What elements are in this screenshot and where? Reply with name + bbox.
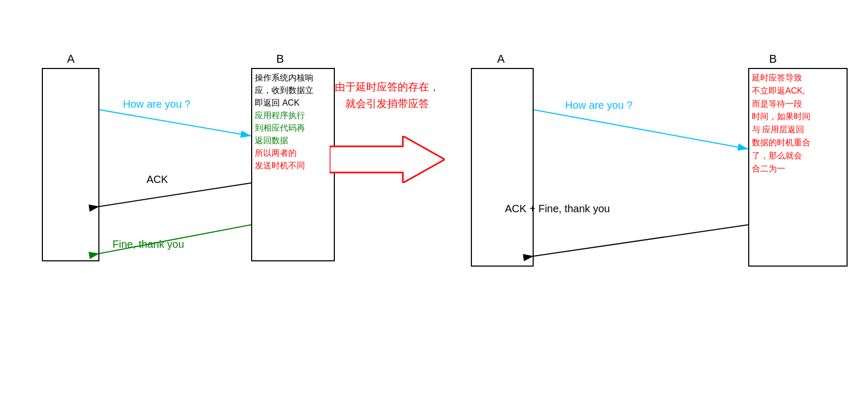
right-ack-fine-label: ACK + Fine, thank you (505, 203, 610, 215)
left-how-are-you-label: How are you ? (123, 98, 190, 110)
left-ack-label: ACK (146, 174, 168, 186)
left-fine-thank-you-label: Fine, thank you (112, 238, 184, 250)
svg-marker-6 (330, 136, 445, 183)
right-diagram: A B 延时应答导致 不立即返ACK, 而是等待一段 时间，如果时间 与 应用层… (460, 52, 858, 314)
left-arrows-svg (26, 52, 351, 314)
center-text-line1: 由于延时应答的存在， (324, 78, 450, 95)
center-area: 由于延时应答的存在， 就会引发捎带应答 (324, 78, 450, 112)
svg-line-3 (99, 110, 251, 136)
svg-line-9 (534, 110, 748, 149)
right-how-are-you-label: How are you ? (565, 99, 633, 111)
svg-line-4 (99, 183, 251, 206)
center-text-line2: 就会引发捎带应答 (324, 95, 450, 112)
center-big-arrow (330, 136, 445, 185)
svg-line-10 (534, 225, 748, 256)
right-arrows-svg (460, 52, 858, 314)
left-diagram: A B 操作系统内核响 应，收到数据立 即返回 ACK 应用程序执行 到相应代码… (26, 52, 351, 314)
